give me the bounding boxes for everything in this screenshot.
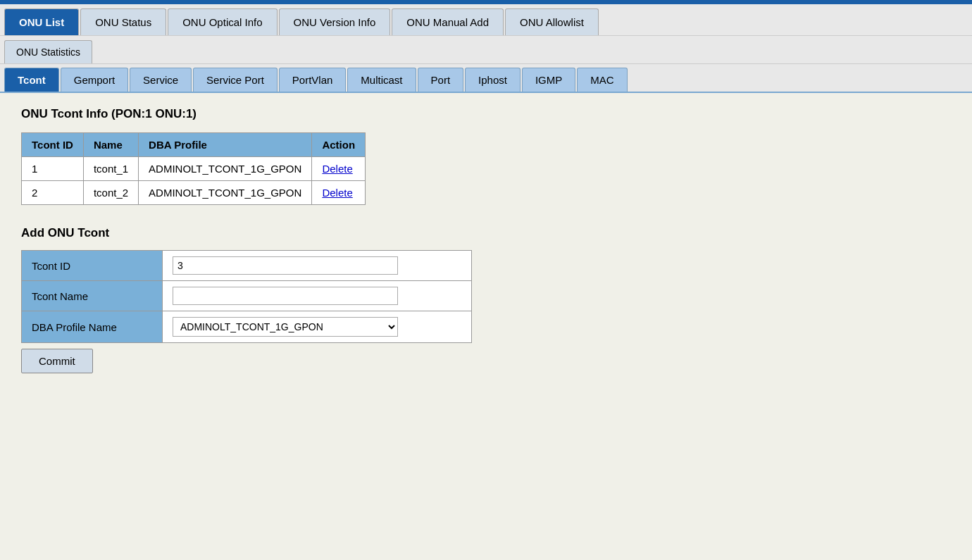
cell-tcont-id: 2	[22, 181, 84, 205]
cell-dba-profile: ADMINOLT_TCONT_1G_GPON	[139, 157, 312, 181]
tab-onu-status[interactable]: ONU Status	[80, 8, 166, 35]
tcont-id-cell	[163, 251, 472, 281]
tab-onu-allowlist[interactable]: ONU Allowlist	[505, 8, 599, 35]
tab-onu-list[interactable]: ONU List	[4, 8, 79, 35]
tcont-id-row: Tcont ID	[22, 251, 472, 281]
secondary-nav: ONU Statistics	[0, 36, 972, 64]
main-nav: ONU List ONU Status ONU Optical Info ONU…	[0, 4, 972, 36]
dba-profile-select[interactable]: ADMINOLT_TCONT_1G_GPON	[173, 317, 398, 337]
cell-dba-profile: ADMINOLT_TCONT_1G_GPON	[139, 181, 312, 205]
cell-name: tcont_1	[83, 157, 138, 181]
subtab-igmp[interactable]: IGMP	[522, 68, 575, 92]
table-row: 1tcont_1ADMINOLT_TCONT_1G_GPONDelete	[22, 157, 366, 181]
content-area: ONU Tcont Info (PON:1 ONU:1) Tcont ID Na…	[0, 93, 972, 387]
cell-action: Delete	[312, 181, 366, 205]
tcont-name-input[interactable]	[173, 287, 398, 305]
subtab-iphost[interactable]: Iphost	[465, 68, 521, 92]
info-section-title: ONU Tcont Info (PON:1 ONU:1)	[21, 107, 951, 121]
col-header-action: Action	[312, 133, 366, 157]
dba-profile-row: DBA Profile Name ADMINOLT_TCONT_1G_GPON	[22, 311, 472, 343]
subtab-service-port[interactable]: Service Port	[193, 68, 278, 92]
sub-tabs: Tcont Gemport Service Service Port PortV…	[0, 64, 972, 93]
cell-tcont-id: 1	[22, 157, 84, 181]
add-form-table: Tcont ID Tcont Name DBA Profile Name ADM…	[21, 250, 472, 343]
tcont-name-label: Tcont Name	[22, 281, 163, 311]
delete-link[interactable]: Delete	[322, 163, 352, 175]
subtab-portvlan[interactable]: PortVlan	[279, 68, 347, 92]
table-row: 2tcont_2ADMINOLT_TCONT_1G_GPONDelete	[22, 181, 366, 205]
tcont-id-input[interactable]	[173, 256, 398, 275]
tab-onu-version-info[interactable]: ONU Version Info	[279, 8, 391, 35]
tab-onu-manual-add[interactable]: ONU Manual Add	[392, 8, 504, 35]
add-section-title: Add ONU Tcont	[21, 226, 951, 240]
subtab-multicast[interactable]: Multicast	[347, 68, 416, 92]
col-header-tcont-id: Tcont ID	[22, 133, 84, 157]
tcont-name-row: Tcont Name	[22, 281, 472, 311]
subtab-gemport[interactable]: Gemport	[61, 68, 128, 92]
tcont-id-label: Tcont ID	[22, 251, 163, 281]
dba-profile-cell: ADMINOLT_TCONT_1G_GPON	[163, 311, 472, 343]
tcont-info-table: Tcont ID Name DBA Profile Action 1tcont_…	[21, 132, 366, 205]
commit-button[interactable]: Commit	[21, 349, 93, 373]
tab-onu-statistics[interactable]: ONU Statistics	[4, 40, 92, 63]
subtab-mac[interactable]: MAC	[577, 68, 627, 92]
delete-link[interactable]: Delete	[322, 187, 352, 199]
col-header-name: Name	[83, 133, 138, 157]
cell-action: Delete	[312, 157, 366, 181]
cell-name: tcont_2	[83, 181, 138, 205]
subtab-service[interactable]: Service	[130, 68, 192, 92]
dba-profile-label: DBA Profile Name	[22, 311, 163, 343]
subtab-tcont[interactable]: Tcont	[4, 68, 59, 92]
subtab-port[interactable]: Port	[418, 68, 464, 92]
col-header-dba-profile: DBA Profile	[139, 133, 312, 157]
tcont-name-cell	[163, 281, 472, 311]
tab-onu-optical-info[interactable]: ONU Optical Info	[168, 8, 277, 35]
